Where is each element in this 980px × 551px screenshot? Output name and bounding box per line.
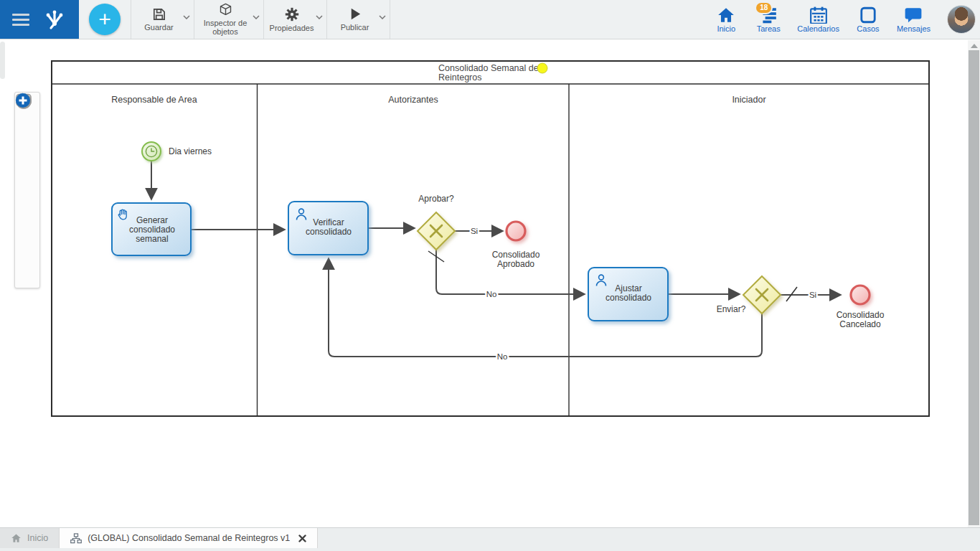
tab-process-global[interactable]: (GLOBAL) Consolidado Semanal de Reintegr… xyxy=(59,528,318,548)
sequence-flow-tool[interactable] xyxy=(15,117,39,141)
nav-item-tareas[interactable]: 18 Tareas xyxy=(755,6,782,33)
task-label: Verificar xyxy=(313,217,344,227)
save-button[interactable]: Guardar xyxy=(131,0,194,39)
shape-palette xyxy=(14,92,40,288)
end-event-cancelado[interactable]: Consolidado Cancelado xyxy=(837,286,885,329)
tab-label: Inicio xyxy=(27,533,48,543)
plus-icon xyxy=(15,93,31,108)
calendar-icon xyxy=(809,6,828,24)
timer-label: Dia viernes xyxy=(169,146,212,156)
add-new-button[interactable]: + xyxy=(89,4,121,35)
end-event-tool[interactable] xyxy=(15,166,39,190)
save-icon xyxy=(151,6,166,22)
end-event-label: Consolidado xyxy=(837,310,885,320)
hamburger-menu-icon[interactable] xyxy=(12,14,29,26)
edge-label-si: Si xyxy=(471,227,478,235)
gateway-aprobar[interactable]: Aprobar? xyxy=(418,194,455,250)
gateway-label: Enviar? xyxy=(717,304,746,314)
task-label: Ajustar xyxy=(615,283,641,293)
edge-label-no: No xyxy=(497,352,508,361)
gateway-tool[interactable] xyxy=(15,215,39,239)
play-icon xyxy=(347,6,362,22)
end-event-label: Aprobado xyxy=(497,259,534,269)
edge-label-si: Si xyxy=(809,291,816,299)
timer-start-event[interactable]: Dia viernes xyxy=(142,142,212,161)
nav-item-inicio[interactable]: Inicio xyxy=(712,6,740,33)
object-inspector-label: Inspector de objetos xyxy=(199,19,252,37)
bottom-tab-bar: Inicio (GLOBAL) Consolidado Semanal de R… xyxy=(0,527,980,551)
start-event-tool[interactable] xyxy=(15,141,39,166)
tab-label: (GLOBAL) Consolidado Semanal de Reintegr… xyxy=(88,533,290,543)
user-avatar[interactable] xyxy=(947,5,976,34)
chevron-down-icon[interactable] xyxy=(253,15,260,19)
chevron-down-icon[interactable] xyxy=(316,15,323,19)
lane-label-responsable: Responsable de Area xyxy=(111,95,197,105)
gateway-label: Aprobar? xyxy=(418,194,454,204)
nav-label: Tareas xyxy=(757,24,781,33)
top-nav: Inicio 18 Tareas xyxy=(712,0,980,39)
flow-enviar-no[interactable] xyxy=(329,258,762,357)
app-logo-icon[interactable] xyxy=(42,7,67,32)
publish-label: Publicar xyxy=(341,23,369,32)
more-shapes-tool[interactable] xyxy=(15,263,39,288)
task-label: consolidado xyxy=(306,227,352,237)
cube-icon xyxy=(218,2,233,17)
tareas-badge: 18 xyxy=(756,3,771,13)
sequence-flows[interactable]: Si No Si No xyxy=(151,161,841,361)
save-label: Guardar xyxy=(144,23,173,32)
tab-inicio[interactable]: Inicio xyxy=(0,528,59,548)
pool-title-line1: Consolidado Semanal de xyxy=(438,63,539,73)
messages-icon xyxy=(904,6,923,24)
scrollbar-thumb[interactable] xyxy=(969,50,979,525)
nav-item-mensajes[interactable]: Mensajes xyxy=(897,6,930,33)
connector-tool[interactable] xyxy=(15,239,39,263)
properties-label: Propiedades xyxy=(270,24,314,33)
end-event-label: Consolidado xyxy=(492,250,540,260)
cases-icon xyxy=(859,6,877,24)
status-dot-icon xyxy=(537,63,547,73)
end-event-aprobado[interactable]: Consolidado Aprobado xyxy=(492,222,540,269)
process-diagram-icon xyxy=(70,533,82,544)
lane-label-autorizantes: Autorizantes xyxy=(388,95,438,105)
nav-label: Mensajes xyxy=(897,24,930,33)
object-inspector-button[interactable]: Inspector de objetos xyxy=(194,0,264,39)
chevron-down-icon[interactable] xyxy=(183,15,190,19)
task-label: consolidado xyxy=(129,225,175,235)
vertical-scrollbar[interactable] xyxy=(968,40,980,527)
scroll-up-button[interactable] xyxy=(968,40,980,51)
gateway-enviar[interactable]: Enviar? xyxy=(717,276,781,314)
pool-title-line2: Reintegros xyxy=(438,72,481,83)
task-generar-consolidado[interactable]: Generar consolidado semanal xyxy=(112,203,191,255)
tab-close-icon[interactable] xyxy=(298,534,306,542)
nav-item-calendarios[interactable]: Calendarios xyxy=(797,6,839,33)
home-icon xyxy=(11,533,22,543)
task-label: Generar xyxy=(136,215,168,225)
top-toolbar: + Guardar Inspector de objetos xyxy=(0,0,980,39)
scroll-up-arrow-icon xyxy=(971,44,978,48)
chevron-down-icon[interactable] xyxy=(379,15,386,19)
publish-button[interactable]: Publicar xyxy=(327,0,390,39)
bpmn-diagram: Consolidado Semanal de Reintegros Respon… xyxy=(0,40,968,527)
nav-label: Inicio xyxy=(717,24,735,33)
home-icon xyxy=(717,6,735,24)
task-ajustar-consolidado[interactable]: Ajustar consolidado xyxy=(588,268,668,321)
task-tool[interactable] xyxy=(15,190,39,215)
properties-button[interactable]: Propiedades xyxy=(264,0,327,39)
diagram-canvas[interactable]: Consolidado Semanal de Reintegros Respon… xyxy=(0,40,968,527)
task-label: semanal xyxy=(136,234,168,244)
task-label: consolidado xyxy=(606,293,651,303)
toolbar-button-group: Guardar Inspector de objetos xyxy=(131,0,390,39)
task-verificar-consolidado[interactable]: Verificar consolidado xyxy=(288,202,368,255)
edge-label-no: No xyxy=(486,290,497,298)
lane-label-iniciador: Iniciador xyxy=(732,95,765,105)
nav-label: Calendarios xyxy=(797,24,839,33)
nav-label: Casos xyxy=(857,24,879,33)
brand-block xyxy=(0,0,79,39)
end-event-label: Cancelado xyxy=(839,319,881,329)
gear-icon xyxy=(284,6,300,22)
nav-item-casos[interactable]: Casos xyxy=(854,6,882,33)
